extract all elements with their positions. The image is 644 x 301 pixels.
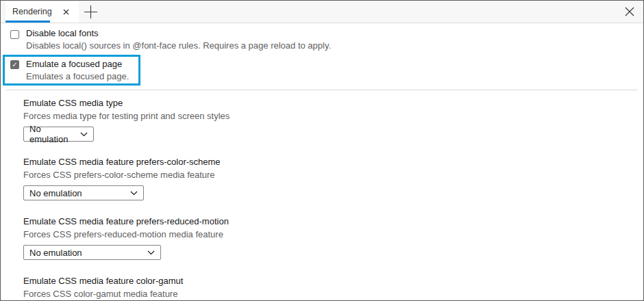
select-value: No emulation [29, 124, 80, 144]
chevron-down-icon [80, 132, 88, 137]
tab-label: Rendering [12, 7, 52, 16]
chevron-down-icon [130, 191, 138, 196]
close-icon [625, 7, 634, 16]
tab-bar: Rendering [1, 1, 643, 23]
setting-description: Disables local() sources in @font-face r… [26, 40, 331, 52]
setting-title: Emulate CSS media feature prefers-reduce… [23, 215, 643, 228]
tab-close-icon[interactable] [61, 6, 72, 17]
setting-title: Emulate CSS media type [23, 96, 643, 109]
setting-emulate-focused-page: ✓ Emulate a focused page Emulates a focu… [5, 57, 129, 83]
setting-description: Emulates a focused page. [26, 70, 129, 83]
setting-prefers-reduced-motion: Emulate CSS media feature prefers-reduce… [23, 215, 643, 260]
setting-title: Disable local fonts [26, 27, 331, 40]
select-value: No emulation [29, 188, 82, 198]
setting-title: Emulate CSS media feature prefers-color-… [23, 155, 643, 168]
tab-rendering[interactable]: Rendering [5, 1, 79, 23]
setting-description: Forces CSS color-gamut media feature [23, 287, 643, 300]
setting-description: Forces CSS prefers-reduced-motion media … [23, 228, 643, 241]
disable-local-fonts-checkbox[interactable] [10, 30, 19, 39]
setting-color-gamut: Emulate CSS media feature color-gamut Fo… [23, 274, 643, 300]
focused-page-highlight-box: ✓ Emulate a focused page Emulates a focu… [3, 55, 140, 86]
select-value: No emulation [29, 248, 82, 258]
css-media-type-select[interactable]: No emulation [23, 127, 94, 142]
setting-description: Forces media type for testing print and … [23, 109, 643, 122]
section-divider [6, 90, 638, 90]
setting-prefers-color-scheme: Emulate CSS media feature prefers-color-… [23, 155, 643, 200]
plus-icon [84, 5, 97, 18]
setting-description: Forces CSS prefers-color-scheme media fe… [23, 168, 643, 181]
emulate-focused-page-checkbox[interactable]: ✓ [10, 60, 19, 69]
tab-bar-spacer [103, 1, 616, 23]
panel-close-button[interactable] [616, 1, 643, 23]
setting-disable-local-fonts: Disable local fonts Disables local() sou… [1, 23, 643, 52]
check-icon: ✓ [12, 62, 17, 68]
active-tab-indicator [5, 21, 50, 23]
prefers-reduced-motion-select[interactable]: No emulation [23, 245, 161, 260]
prefers-color-scheme-select[interactable]: No emulation [23, 185, 144, 200]
rendering-panel-window: Rendering Disable local fonts Disables l… [0, 0, 644, 301]
setting-emulate-css-media-type: Emulate CSS media type Forces media type… [23, 96, 643, 142]
new-tab-button[interactable] [79, 1, 103, 23]
chevron-down-icon [147, 250, 155, 255]
setting-title: Emulate CSS media feature color-gamut [23, 274, 643, 287]
rendering-panel-content: Disable local fonts Disables local() sou… [1, 23, 643, 300]
setting-title: Emulate a focused page [26, 58, 129, 70]
